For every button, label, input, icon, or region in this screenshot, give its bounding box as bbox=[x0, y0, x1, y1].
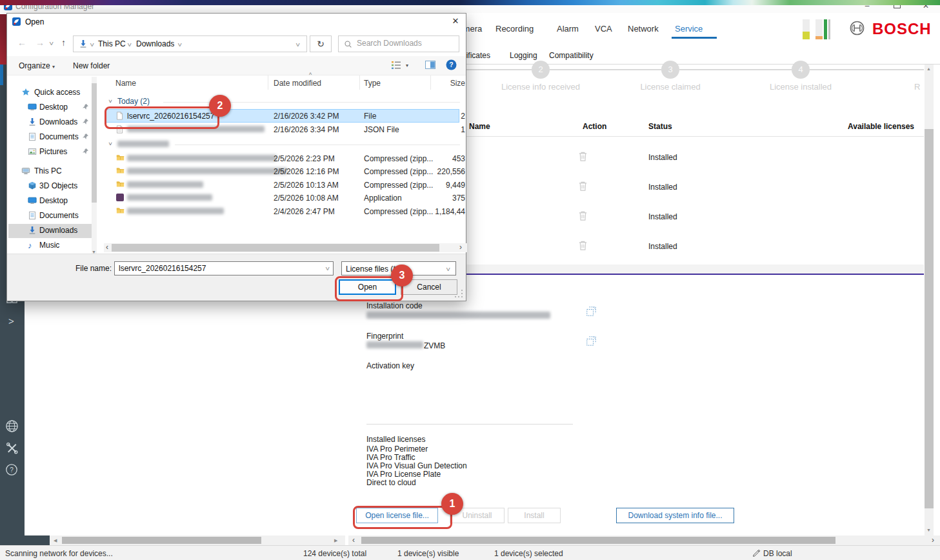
back-icon[interactable]: ← bbox=[17, 37, 26, 48]
left-hscrollbar-thumb[interactable] bbox=[62, 537, 261, 544]
scroll-right-icon[interactable]: ▶ bbox=[334, 538, 337, 543]
file-row[interactable]: 2/5/2026 10:08 AM Application 375 bbox=[104, 191, 467, 205]
file-col-type[interactable]: Type bbox=[364, 79, 381, 88]
tab-service[interactable]: Service bbox=[675, 24, 703, 34]
sidebar-scrollbar-thumb[interactable] bbox=[92, 83, 97, 203]
tab-vca[interactable]: VCA bbox=[595, 24, 612, 34]
sidebar-item-music[interactable]: ♪ Music bbox=[8, 239, 92, 253]
file-group-header[interactable]: > bbox=[104, 138, 467, 151]
file-date: 2/5/2026 10:13 AM bbox=[274, 181, 339, 190]
scroll-left-icon[interactable]: ‹ bbox=[352, 535, 355, 545]
file-row[interactable]: 2/5/2026 10:13 AM Compressed (zipp... 9,… bbox=[104, 178, 467, 192]
file-col-size[interactable]: Size bbox=[401, 79, 465, 88]
file-row[interactable]: 2/4/2026 2:47 PM Compressed (zipp... 1,1… bbox=[104, 205, 467, 218]
sidebar-item-documents[interactable]: Documents bbox=[8, 209, 92, 223]
expand-rail-icon[interactable]: > bbox=[8, 315, 14, 326]
load-meter-1 bbox=[803, 19, 810, 39]
col-header-available-licenses[interactable]: Available licenses bbox=[774, 122, 914, 131]
col-header-action[interactable]: Action bbox=[583, 122, 606, 131]
file-name-dropdown-icon[interactable]: > bbox=[324, 267, 331, 271]
tab-alarm[interactable]: Alarm bbox=[557, 24, 579, 34]
zip-icon bbox=[115, 166, 125, 177]
sidebar-item-label: Documents bbox=[39, 211, 79, 220]
sidebar-item-downloads[interactable]: Downloads bbox=[8, 115, 92, 130]
forward-icon[interactable]: → bbox=[35, 37, 45, 48]
file-name-redacted bbox=[127, 181, 203, 188]
subtab-logging[interactable]: Logging bbox=[510, 51, 537, 60]
trash-icon[interactable] bbox=[578, 210, 588, 223]
annotation-highlight-file bbox=[105, 106, 219, 129]
sidebar-item-desktop[interactable]: Desktop bbox=[8, 101, 92, 115]
music-icon: ♪ bbox=[28, 241, 32, 250]
downloads-icon bbox=[79, 39, 88, 50]
file-name-redacted bbox=[127, 194, 212, 201]
desktop-icon bbox=[28, 103, 37, 114]
sidebar-item-3d-objects[interactable]: 3D Objects bbox=[8, 179, 92, 194]
globe-icon[interactable] bbox=[5, 419, 19, 435]
file-col-date[interactable]: Date modified bbox=[274, 79, 321, 88]
trash-icon[interactable] bbox=[578, 151, 588, 164]
sidebar-item-downloads[interactable]: Downloads bbox=[8, 224, 92, 238]
install-button[interactable]: Install bbox=[508, 508, 561, 523]
organize-menu[interactable]: Organize ▾ bbox=[19, 61, 55, 70]
file-type: JSON File bbox=[364, 125, 399, 134]
step-label: License installed bbox=[730, 82, 872, 92]
annotation-step-2: 2 bbox=[209, 95, 231, 117]
tools-icon[interactable] bbox=[5, 441, 19, 457]
scroll-up-icon[interactable]: ▲ bbox=[926, 66, 931, 71]
vertical-scrollbar-thumb[interactable] bbox=[925, 129, 934, 508]
file-type: Application bbox=[364, 194, 402, 203]
file-name-label: File name: bbox=[72, 264, 112, 273]
sidebar-item-this-pc[interactable]: This PC bbox=[8, 165, 92, 179]
download-system-info-file-button[interactable]: Download system info file... bbox=[616, 508, 734, 523]
sidebar-item-quick-access[interactable]: Quick access bbox=[8, 86, 92, 100]
sidebar-item-desktop[interactable]: Desktop bbox=[8, 194, 92, 208]
group-label: Today (2) bbox=[117, 97, 150, 106]
pin-icon bbox=[82, 148, 89, 157]
tab-recording[interactable]: Recording bbox=[495, 24, 534, 34]
copy-icon[interactable] bbox=[586, 336, 596, 348]
file-list-hscrollbar-thumb[interactable] bbox=[112, 244, 439, 252]
sidebar-item-pictures[interactable]: Pictures bbox=[8, 145, 92, 159]
status-selected-devices: 1 device(s) selected bbox=[494, 549, 563, 558]
help-icon[interactable]: ? bbox=[5, 463, 18, 478]
thispc-icon bbox=[21, 166, 30, 177]
tab-network[interactable]: Network bbox=[628, 24, 659, 34]
file-type-dropdown-icon: > bbox=[445, 268, 452, 272]
sidebar-item-label: Quick access bbox=[34, 88, 80, 97]
col-header-status[interactable]: Status bbox=[648, 122, 672, 131]
recent-locations-icon[interactable]: > bbox=[48, 42, 55, 46]
column-divider[interactable] bbox=[430, 75, 431, 90]
step-label: License info received bbox=[470, 82, 612, 92]
file-col-name[interactable]: Name bbox=[115, 79, 136, 88]
scroll-left-icon[interactable]: ‹ bbox=[106, 243, 108, 252]
scroll-left-icon[interactable]: ◀ bbox=[54, 538, 57, 543]
sidebar-item-label: This PC bbox=[34, 166, 62, 175]
load-meter-2 bbox=[815, 19, 823, 39]
section-divider bbox=[366, 424, 573, 425]
file-row[interactable]: 2/5/2026 12:16 PM Compressed (zipp... 22… bbox=[104, 165, 467, 178]
column-divider[interactable] bbox=[359, 75, 360, 90]
app-icon bbox=[115, 193, 125, 204]
sidebar-item-label: 3D Objects bbox=[39, 181, 77, 190]
col-header-name[interactable]: Name bbox=[469, 122, 490, 131]
sidebar-item-documents[interactable]: Documents bbox=[8, 130, 92, 145]
file-name-input[interactable] bbox=[114, 261, 334, 275]
column-divider[interactable] bbox=[268, 75, 268, 90]
copy-icon[interactable] bbox=[586, 306, 596, 319]
scroll-down-icon[interactable]: ▼ bbox=[926, 528, 931, 532]
collapse-icon[interactable]: > bbox=[107, 142, 114, 145]
status-scanning: Scanning network for devices... bbox=[5, 549, 113, 558]
right-hscrollbar-thumb[interactable] bbox=[361, 537, 835, 544]
collapse-icon[interactable]: > bbox=[107, 99, 114, 103]
subtab-compatibility[interactable]: Compatibility bbox=[549, 51, 594, 60]
pin-icon bbox=[82, 133, 89, 142]
file-row[interactable]: 2/5/2026 2:23 PM Compressed (zipp... 453 bbox=[104, 152, 467, 165]
scroll-right-icon[interactable]: › bbox=[459, 243, 462, 252]
up-icon[interactable]: ↑ bbox=[61, 37, 66, 48]
trash-icon[interactable] bbox=[578, 240, 588, 253]
scroll-right-icon[interactable]: › bbox=[932, 535, 934, 545]
resize-grip[interactable] bbox=[455, 290, 464, 299]
trash-icon[interactable] bbox=[578, 181, 588, 194]
file-date: 2/5/2026 2:23 PM bbox=[274, 154, 335, 163]
